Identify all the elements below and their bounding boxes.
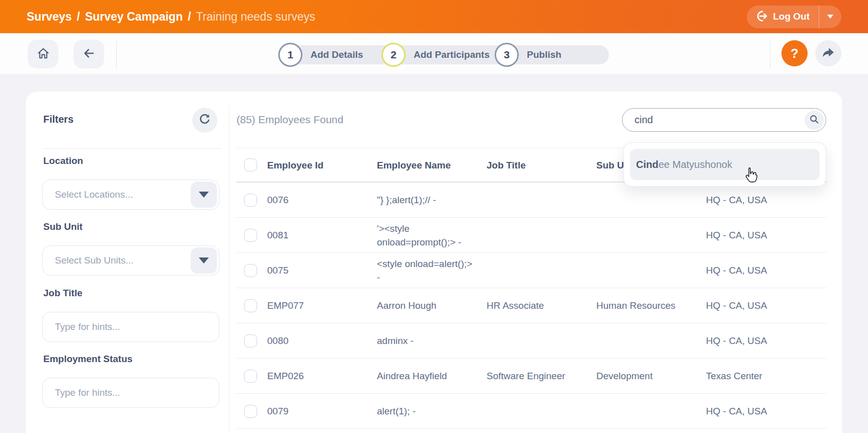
- row-checkbox[interactable]: [244, 405, 257, 418]
- step-1-number: 1: [287, 49, 293, 61]
- step-3-number: 3: [504, 49, 510, 61]
- breadcrumb-separator: /: [77, 10, 80, 24]
- cell-employee-name: alert(1); -: [377, 404, 478, 418]
- location-label: Location: [43, 155, 83, 166]
- row-checkbox[interactable]: [244, 264, 257, 277]
- table-row: 0076 "} };alert(1);// - HQ - CA, USA: [236, 183, 827, 218]
- employee-search: [622, 108, 826, 132]
- col-employee-name[interactable]: Employee Name: [377, 158, 487, 172]
- help-button[interactable]: ?: [781, 40, 808, 66]
- search-icon: [809, 114, 820, 127]
- table-row: 0080 adminx - HQ - CA, USA: [236, 323, 827, 359]
- step-2-circle[interactable]: 2: [381, 43, 406, 67]
- search-suggestions-dropdown: Cindee Matyushonok: [623, 142, 826, 187]
- cell-employee-name: Aarron Hough: [377, 299, 478, 312]
- cell-employee-id: 0079: [267, 404, 377, 418]
- sub-unit-select[interactable]: Select Sub Units...: [42, 245, 219, 276]
- step-1-circle[interactable]: 1: [278, 43, 302, 67]
- breadcrumb: Surveys / Survey Campaign / Training nee…: [27, 10, 315, 24]
- row-checkbox[interactable]: [244, 334, 257, 348]
- app-header: Surveys / Survey Campaign / Training nee…: [0, 0, 868, 33]
- table-row: EMP026 Aindrea Hayfield Software Enginee…: [236, 359, 827, 394]
- logout-icon: [755, 9, 768, 25]
- back-button[interactable]: [73, 40, 104, 68]
- cell-employee-name: adminx -: [377, 334, 478, 348]
- cell-location: HQ - CA, USA: [706, 404, 827, 418]
- reset-filters-button[interactable]: [192, 108, 217, 133]
- cell-job-title: Software Engineer: [487, 369, 596, 383]
- caret-down-icon: [827, 15, 833, 19]
- chevron-down-icon[interactable]: [191, 182, 217, 208]
- cell-location: HQ - CA, USA: [706, 264, 827, 277]
- help-icon: ?: [791, 46, 799, 61]
- breadcrumb-current-page: Training needs surveys: [196, 10, 315, 24]
- refresh-icon: [198, 113, 211, 128]
- cell-employee-id: 0075: [267, 264, 377, 277]
- logout-button[interactable]: Log Out: [747, 9, 819, 25]
- toolbar-divider-left: [116, 41, 117, 68]
- suggestion-item[interactable]: Cindee Matyushonok: [630, 149, 820, 180]
- cell-location: HQ - CA, USA: [706, 334, 827, 348]
- cell-employee-id: 0081: [267, 228, 377, 242]
- search-button[interactable]: [805, 111, 824, 130]
- location-select[interactable]: Select Locations...: [42, 180, 219, 210]
- employees-table: Employee Id Employee Name Job Title Sub …: [236, 148, 827, 429]
- cell-sub-unit: Human Resources: [596, 299, 706, 312]
- cell-employee-id: 0076: [267, 193, 377, 207]
- col-job-title[interactable]: Job Title: [487, 158, 596, 172]
- cell-location: HQ - CA, USA: [706, 193, 827, 207]
- logout-button-group: Log Out: [747, 6, 841, 28]
- cell-sub-unit: Development: [596, 369, 706, 383]
- toolbar-divider-right: [770, 41, 770, 68]
- employment-status-label: Employment Status: [43, 354, 132, 365]
- cell-job-title: HR Associate: [487, 299, 596, 312]
- cell-employee-name: <style onload=alert();> -: [377, 257, 478, 284]
- breadcrumb-survey-campaign[interactable]: Survey Campaign: [85, 10, 183, 24]
- secondary-toolbar: 1 Add Details 2 Add Participants 3 Publi…: [0, 33, 868, 74]
- job-title-label: Job Title: [43, 288, 83, 299]
- share-forward-icon: [821, 45, 835, 61]
- step-3-circle[interactable]: 3: [495, 43, 519, 67]
- cell-employee-id: EMP026: [267, 369, 377, 383]
- step-1-label: Add Details: [310, 43, 363, 67]
- cell-employee-name: '><style onload=prompt();> -: [377, 222, 478, 249]
- sub-unit-label: Sub Unit: [43, 221, 83, 232]
- logout-label: Log Out: [773, 11, 810, 22]
- job-title-input[interactable]: [42, 312, 219, 342]
- table-row: 0075 <style onload=alert();> - HQ - CA, …: [236, 253, 827, 288]
- row-checkbox[interactable]: [244, 194, 257, 207]
- employee-search-input[interactable]: [622, 114, 805, 126]
- table-row: 0081 '><style onload=prompt();> - HQ - C…: [236, 218, 827, 253]
- employment-status-input[interactable]: [42, 378, 219, 408]
- home-button[interactable]: [28, 40, 58, 68]
- sub-unit-placeholder: Select Sub Units...: [43, 255, 133, 266]
- suggestion-match-text: Cind: [636, 159, 658, 170]
- cell-employee-name: "} };alert(1);// -: [377, 193, 478, 207]
- breadcrumb-separator: /: [188, 10, 191, 24]
- breadcrumb-surveys[interactable]: Surveys: [27, 10, 72, 24]
- table-row: 0079 alert(1); - HQ - CA, USA: [236, 394, 827, 429]
- row-checkbox[interactable]: [244, 229, 257, 242]
- select-all-checkbox[interactable]: [244, 158, 257, 171]
- step-2-label: Add Participants: [414, 43, 490, 67]
- back-arrow-icon: [82, 46, 96, 62]
- cell-location: HQ - CA, USA: [706, 228, 827, 242]
- col-employee-id[interactable]: Employee Id: [267, 158, 377, 172]
- row-checkbox[interactable]: [244, 370, 257, 383]
- chevron-down-icon[interactable]: [191, 247, 217, 274]
- row-checkbox[interactable]: [244, 299, 257, 312]
- filters-divider: [43, 148, 222, 149]
- filters-results-divider: [229, 106, 229, 433]
- cell-employee-id: EMP077: [267, 299, 377, 312]
- step-3-label: Publish: [527, 43, 562, 67]
- employees-found-count: (85) Employees Found: [236, 114, 343, 126]
- filters-title: Filters: [43, 114, 73, 125]
- suggestion-rest-text: ee Matyushonok: [658, 159, 732, 170]
- cell-employee-id: 0080: [267, 334, 377, 348]
- home-icon: [36, 46, 51, 63]
- share-button[interactable]: [815, 40, 841, 66]
- cell-location: Texas Center: [706, 369, 827, 383]
- step-2-number: 2: [390, 49, 397, 61]
- cell-location: HQ - CA, USA: [706, 299, 827, 312]
- logout-dropdown-toggle[interactable]: [819, 6, 841, 28]
